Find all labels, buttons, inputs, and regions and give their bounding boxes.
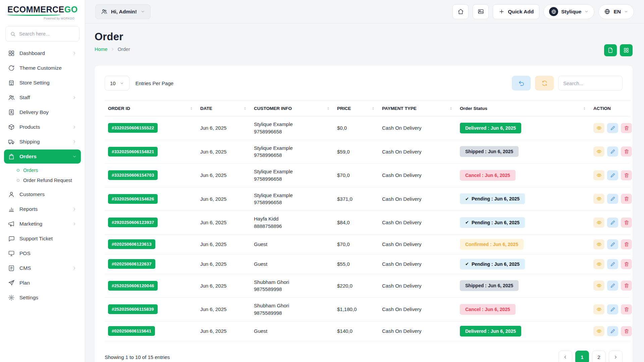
order-price: $70,0 [334,234,379,254]
order-id-badge[interactable]: #2520250606115839 [108,304,158,314]
media-button[interactable] [473,4,489,19]
column-header-payment-type[interactable]: PAYMENT TYPE [379,101,457,116]
edit-button[interactable] [607,123,618,133]
order-id-badge[interactable]: #020250606115641 [108,326,155,336]
view-button[interactable] [593,170,604,180]
edit-button[interactable] [607,194,618,204]
edit-button[interactable] [607,281,618,291]
view-button[interactable] [593,304,604,314]
order-id-badge[interactable]: #2520250606120046 [108,281,158,291]
order-id-badge[interactable]: #020250606122637 [108,259,155,269]
order-id-badge[interactable]: #020250606123613 [108,239,155,249]
sidebar-item-pos[interactable]: POS [4,246,81,260]
store-switcher-button[interactable]: Stylique [543,4,594,19]
column-header-label: ACTION [593,106,611,111]
sidebar-subitem-order-refund-request[interactable]: Order Refund Request [13,175,81,185]
export-button[interactable] [604,44,617,56]
sidebar-item-products[interactable]: Products [4,120,81,134]
delete-button[interactable] [621,194,632,204]
breadcrumb-home-link[interactable]: Home [95,47,108,52]
order-date: Jun 6, 2025 [197,274,251,298]
table-header-row: ORDER IDDATECUSTOMER INFOPRICEPAYMENT TY… [105,101,630,116]
sidebar-search-input[interactable] [19,31,75,37]
order-date: Jun 6, 2025 [197,298,251,321]
undo-button[interactable] [512,76,531,90]
view-button[interactable] [593,194,604,204]
customer-info: Guest [251,254,334,274]
sidebar-item-dashboard[interactable]: Dashboard [4,46,81,60]
grid-view-button[interactable] [620,44,633,56]
table-search-input[interactable] [558,76,623,90]
refresh-button[interactable] [535,76,554,90]
pagination-page-1[interactable]: 1 [575,351,589,362]
edit-button[interactable] [607,304,618,314]
column-header-order-id[interactable]: ORDER ID [105,101,197,116]
edit-button[interactable] [607,326,618,336]
sidebar-item-staff[interactable]: Staff [4,90,81,105]
sidebar-item-theme-customize[interactable]: Theme Customize [4,61,81,75]
sidebar-item-reports[interactable]: Reports [4,202,81,216]
order-id-badge[interactable]: #3320250606154626 [108,194,158,204]
sidebar-item-label: Theme Customize [19,65,77,71]
column-header-order-status[interactable]: Order Status [457,101,590,116]
delete-button[interactable] [621,259,632,269]
search-icon [10,31,16,37]
customer-info: Shubham Ghori9875589998 [251,298,334,321]
delete-button[interactable] [621,170,632,180]
column-header-price[interactable]: PRICE [334,101,379,116]
view-button[interactable] [593,218,604,228]
logo[interactable]: ECOMMERCEGO Powered by WORKDO [0,0,85,21]
view-button[interactable] [593,259,604,269]
sidebar-item-cms[interactable]: CMS [4,261,81,275]
column-header-customer-info[interactable]: CUSTOMER INFO [251,101,334,116]
sidebar-subitem-orders[interactable]: Orders [13,165,81,175]
order-id-badge[interactable]: #3320250606154703 [108,170,158,180]
edit-button[interactable] [607,218,618,228]
view-button[interactable] [593,326,604,336]
sidebar-item-customers[interactable]: Customers [4,187,81,201]
sidebar-item-orders[interactable]: Orders [4,149,81,164]
view-button[interactable] [593,239,604,249]
language-switcher-button[interactable]: EN [598,4,634,19]
home-button[interactable] [452,4,469,19]
plus-icon [498,8,505,15]
edit-button[interactable] [607,170,618,180]
delete-button[interactable] [621,304,632,314]
row-actions [593,304,627,314]
customer-info: Hayfa Kidd8888758896 [251,211,334,235]
eye-icon [596,220,602,225]
view-button[interactable] [593,146,604,157]
edit-button[interactable] [607,259,618,269]
column-header-date[interactable]: DATE [197,101,251,116]
sidebar-item-plan[interactable]: Plan [4,276,81,290]
sidebar-item-store-setting[interactable]: Store Setting [4,76,81,90]
sidebar-item-support-ticket[interactable]: Support Ticket [4,232,81,246]
view-button[interactable] [593,281,604,291]
delete-button[interactable] [621,326,632,336]
order-id-badge[interactable]: #3320250606155522 [108,123,158,133]
sort-icon [189,106,194,111]
delete-button[interactable] [621,146,632,157]
edit-button[interactable] [607,239,618,249]
pagination-next-button[interactable] [609,351,623,362]
delete-button[interactable] [621,123,632,133]
entries-per-page-select[interactable]: 10 [105,76,129,90]
order-id-badge[interactable]: #3320250606154821 [108,147,158,157]
edit-button[interactable] [607,146,618,157]
admin-menu-button[interactable]: Hi, Admin! [95,4,151,19]
sidebar-item-delivery-boy[interactable]: Delivery Boy [4,105,81,119]
view-button[interactable] [593,123,604,133]
delete-button[interactable] [621,218,632,228]
delete-button[interactable] [621,239,632,249]
pagination-page-2[interactable]: 2 [592,351,606,362]
order-id-badge[interactable]: #2920250606123937 [108,218,158,227]
logo-tagline: Powered by WORKDO [7,17,74,20]
pagination-prev-button[interactable] [558,351,572,362]
customer-name: Guest [254,327,330,335]
quick-add-button[interactable]: Quick Add [493,4,539,19]
sidebar-item-settings[interactable]: Settings [4,291,81,305]
sidebar-item-marketing[interactable]: Marketing [4,217,81,231]
sidebar-item-shipping[interactable]: Shipping [4,135,81,149]
delete-button[interactable] [621,281,632,291]
sort-icon [326,106,330,111]
